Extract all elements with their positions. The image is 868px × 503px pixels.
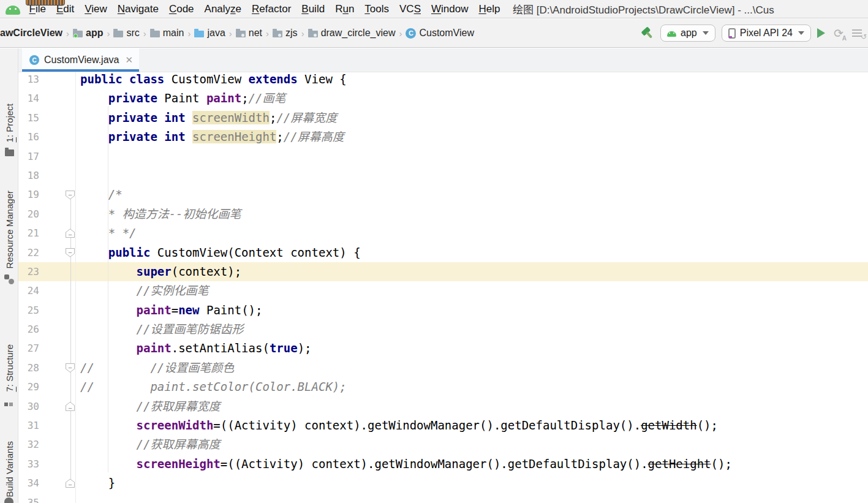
fold-end-icon[interactable]: − <box>66 402 75 411</box>
package-icon <box>236 31 246 37</box>
run-configuration-select[interactable]: app <box>660 25 715 42</box>
menu-code[interactable]: Code <box>164 3 199 15</box>
sidebar-item-label: 1: Project <box>4 104 15 142</box>
sidebar-item-1-project[interactable]: 1: Project <box>0 104 18 156</box>
menu-analyze[interactable]: Analyze <box>199 3 247 15</box>
run-button[interactable] <box>817 28 825 38</box>
menu-vcs[interactable]: VCS <box>394 3 426 15</box>
code-text: private int screenHeight;//屏幕高度 <box>75 127 868 146</box>
sidebar-item-resource-manager[interactable]: Resource Manager <box>0 191 18 284</box>
breadcrumb-item-java[interactable]: java <box>194 28 225 39</box>
code-line-30[interactable]: 30− //获取屏幕宽度 <box>18 397 868 416</box>
line-number: 27 <box>18 339 39 358</box>
menu-refactor[interactable]: Refactor <box>247 3 296 15</box>
code-line-34[interactable]: 34− } <box>18 474 868 493</box>
code-line-17[interactable]: 17 <box>18 147 868 166</box>
token-p: CustomView <box>164 72 248 86</box>
code-text: // paint.setColor(Color.BLACK); <box>75 377 868 396</box>
apply-changes-button[interactable]: ⟳ A <box>831 26 846 40</box>
code-line-16[interactable]: 16 private int screenHeight;//屏幕高度 <box>18 127 868 146</box>
code-line-14[interactable]: 14 private Paint paint;//画笔 <box>18 89 868 108</box>
breadcrumb-label: net <box>249 28 262 39</box>
code-line-33[interactable]: 33 screenHeight=((Activity) context).get… <box>18 455 868 474</box>
code-text: paint.setAntiAlias(true); <box>75 339 868 358</box>
menu-tools[interactable]: Tools <box>360 3 394 15</box>
breadcrumb-label: src <box>126 28 139 39</box>
apply-code-changes-button[interactable]: ↺ <box>852 29 862 37</box>
device-select[interactable]: Pixel API 24 <box>722 25 811 42</box>
sidebar-item-7-structure[interactable]: 7: Structure <box>0 344 18 407</box>
code-line-24[interactable]: 24 //实例化画笔 <box>18 281 868 300</box>
close-icon[interactable]: ✕ <box>125 55 133 66</box>
fold-end-icon[interactable]: − <box>66 229 75 238</box>
fold-column: − <box>39 224 75 243</box>
fold-column <box>39 127 75 146</box>
token-p: =((Activity) context).getWindowManager()… <box>221 457 648 471</box>
code-line-35[interactable]: 35 <box>18 493 868 503</box>
fold-end-icon[interactable]: − <box>66 478 75 488</box>
line-number: 15 <box>18 108 39 127</box>
menu-build[interactable]: Build <box>296 3 330 15</box>
token-p: (); <box>711 457 732 471</box>
fold-column <box>39 89 75 108</box>
token-k: private <box>108 111 157 124</box>
fold-start-icon[interactable]: − <box>66 248 75 257</box>
token-f: screenHeight <box>137 457 221 471</box>
code-line-15[interactable]: 15 private int screenWidth;//屏幕宽度 <box>18 108 868 127</box>
breadcrumb-item-app[interactable]: app <box>73 28 103 39</box>
token-p <box>80 246 108 259</box>
line-number: 35 <box>18 493 39 503</box>
sidebar-item-label: 7: Structure <box>4 344 15 392</box>
line-number: 32 <box>18 435 39 454</box>
code-line-32[interactable]: 32 //获取屏幕高度 <box>18 435 868 454</box>
code-editor[interactable]: 13public class CustomView extends View {… <box>18 72 868 503</box>
token-f: paint <box>206 91 241 105</box>
code-line-25[interactable]: 25 paint=new Paint(); <box>18 301 868 320</box>
fold-start-icon[interactable]: − <box>66 363 75 373</box>
breadcrumb-item-awcircleview[interactable]: awCircleView <box>0 28 62 39</box>
token-k: new <box>178 303 199 317</box>
fold-column: − <box>39 474 75 493</box>
menu-help[interactable]: Help <box>474 3 505 15</box>
breadcrumb: awCircleView›app›src›main›java›net›zjs›d… <box>0 28 641 39</box>
code-line-23[interactable]: 23 super(context); <box>18 262 868 281</box>
tab-customview-java[interactable]: C CustomView.java ✕ <box>22 48 139 72</box>
code-line-31[interactable]: 31 screenWidth=((Activity) context).getW… <box>18 416 868 435</box>
token-c: //屏幕宽度 <box>276 111 337 124</box>
code-line-19[interactable]: 19− /* <box>18 185 868 204</box>
code-line-20[interactable]: 20 * 构造方法--初始化画笔 <box>18 205 868 224</box>
code-line-26[interactable]: 26 //设置画笔防锯齿形 <box>18 320 868 339</box>
code-line-28[interactable]: 28−// //设置画笔颜色 <box>18 358 868 377</box>
fold-column <box>39 377 75 396</box>
breadcrumb-item-net[interactable]: net <box>236 28 262 39</box>
fold-start-icon[interactable]: − <box>66 191 75 200</box>
code-line-18[interactable]: 18 <box>18 166 868 185</box>
token-p: .setAntiAlias( <box>172 341 270 355</box>
code-line-21[interactable]: 21− * */ <box>18 224 868 243</box>
token-p: = <box>172 303 178 317</box>
code-line-13[interactable]: 13public class CustomView extends View { <box>18 72 868 89</box>
token-p <box>157 111 164 124</box>
breadcrumb-item-draw-circle-view[interactable]: draw_circle_view <box>308 28 396 39</box>
breadcrumb-item-src[interactable]: src <box>113 28 139 39</box>
fold-column <box>39 455 75 474</box>
breadcrumb-item-main[interactable]: main <box>150 28 184 39</box>
chevron-right-icon: › <box>301 28 304 39</box>
menu-run[interactable]: Run <box>330 3 360 15</box>
menu-view[interactable]: View <box>80 3 113 15</box>
folder-icon <box>150 31 160 37</box>
code-line-27[interactable]: 27 paint.setAntiAlias(true); <box>18 339 868 358</box>
token-p <box>123 72 129 86</box>
indent-guide-line <box>108 106 108 472</box>
menu-navigate[interactable]: Navigate <box>112 3 164 15</box>
sidebar-item-build-variants[interactable]: Build Variants <box>0 441 18 503</box>
token-k: true <box>270 341 298 355</box>
code-line-29[interactable]: 29// paint.setColor(Color.BLACK); <box>18 377 868 396</box>
breadcrumb-item-zjs[interactable]: zjs <box>273 28 298 39</box>
build-hammer-icon[interactable] <box>638 23 657 42</box>
menu-window[interactable]: Window <box>426 3 474 15</box>
code-line-22[interactable]: 22− public CustomView(Context context) { <box>18 243 868 262</box>
breadcrumb-item-customview[interactable]: CCustomView <box>406 28 474 39</box>
class-icon: C <box>406 28 416 39</box>
token-p <box>80 130 108 143</box>
